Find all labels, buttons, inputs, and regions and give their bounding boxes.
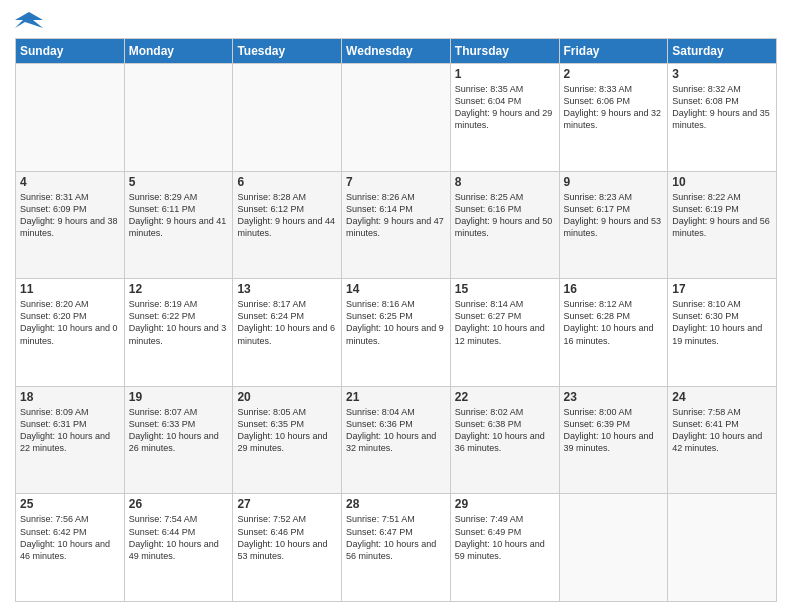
calendar-cell: 16Sunrise: 8:12 AMSunset: 6:28 PMDayligh… bbox=[559, 279, 668, 387]
day-number: 12 bbox=[129, 282, 229, 296]
day-info: Sunrise: 7:58 AMSunset: 6:41 PMDaylight:… bbox=[672, 406, 772, 455]
weekday-header-sunday: Sunday bbox=[16, 39, 125, 64]
day-info: Sunrise: 7:52 AMSunset: 6:46 PMDaylight:… bbox=[237, 513, 337, 562]
header bbox=[15, 10, 777, 32]
day-number: 7 bbox=[346, 175, 446, 189]
day-number: 23 bbox=[564, 390, 664, 404]
calendar-row-0: 1Sunrise: 8:35 AMSunset: 6:04 PMDaylight… bbox=[16, 64, 777, 172]
page: SundayMondayTuesdayWednesdayThursdayFrid… bbox=[0, 0, 792, 612]
day-info: Sunrise: 8:32 AMSunset: 6:08 PMDaylight:… bbox=[672, 83, 772, 132]
day-number: 14 bbox=[346, 282, 446, 296]
calendar-cell: 7Sunrise: 8:26 AMSunset: 6:14 PMDaylight… bbox=[342, 171, 451, 279]
day-number: 1 bbox=[455, 67, 555, 81]
day-number: 22 bbox=[455, 390, 555, 404]
calendar-cell: 27Sunrise: 7:52 AMSunset: 6:46 PMDayligh… bbox=[233, 494, 342, 602]
calendar-cell: 8Sunrise: 8:25 AMSunset: 6:16 PMDaylight… bbox=[450, 171, 559, 279]
day-info: Sunrise: 8:12 AMSunset: 6:28 PMDaylight:… bbox=[564, 298, 664, 347]
weekday-header-wednesday: Wednesday bbox=[342, 39, 451, 64]
calendar-cell: 25Sunrise: 7:56 AMSunset: 6:42 PMDayligh… bbox=[16, 494, 125, 602]
calendar-table: SundayMondayTuesdayWednesdayThursdayFrid… bbox=[15, 38, 777, 602]
calendar-cell bbox=[124, 64, 233, 172]
calendar-cell bbox=[668, 494, 777, 602]
day-info: Sunrise: 8:10 AMSunset: 6:30 PMDaylight:… bbox=[672, 298, 772, 347]
day-info: Sunrise: 8:29 AMSunset: 6:11 PMDaylight:… bbox=[129, 191, 229, 240]
calendar-cell: 15Sunrise: 8:14 AMSunset: 6:27 PMDayligh… bbox=[450, 279, 559, 387]
logo-bird-icon bbox=[15, 10, 43, 32]
calendar-cell: 22Sunrise: 8:02 AMSunset: 6:38 PMDayligh… bbox=[450, 386, 559, 494]
day-number: 10 bbox=[672, 175, 772, 189]
day-number: 29 bbox=[455, 497, 555, 511]
logo bbox=[15, 10, 47, 32]
calendar-row-2: 11Sunrise: 8:20 AMSunset: 6:20 PMDayligh… bbox=[16, 279, 777, 387]
calendar-cell: 18Sunrise: 8:09 AMSunset: 6:31 PMDayligh… bbox=[16, 386, 125, 494]
calendar-cell: 9Sunrise: 8:23 AMSunset: 6:17 PMDaylight… bbox=[559, 171, 668, 279]
day-number: 4 bbox=[20, 175, 120, 189]
calendar-cell: 12Sunrise: 8:19 AMSunset: 6:22 PMDayligh… bbox=[124, 279, 233, 387]
calendar-cell: 13Sunrise: 8:17 AMSunset: 6:24 PMDayligh… bbox=[233, 279, 342, 387]
day-number: 25 bbox=[20, 497, 120, 511]
calendar-cell: 10Sunrise: 8:22 AMSunset: 6:19 PMDayligh… bbox=[668, 171, 777, 279]
day-number: 6 bbox=[237, 175, 337, 189]
day-info: Sunrise: 8:17 AMSunset: 6:24 PMDaylight:… bbox=[237, 298, 337, 347]
day-info: Sunrise: 8:00 AMSunset: 6:39 PMDaylight:… bbox=[564, 406, 664, 455]
day-number: 11 bbox=[20, 282, 120, 296]
calendar-cell: 26Sunrise: 7:54 AMSunset: 6:44 PMDayligh… bbox=[124, 494, 233, 602]
day-info: Sunrise: 8:23 AMSunset: 6:17 PMDaylight:… bbox=[564, 191, 664, 240]
day-number: 2 bbox=[564, 67, 664, 81]
day-info: Sunrise: 8:05 AMSunset: 6:35 PMDaylight:… bbox=[237, 406, 337, 455]
day-info: Sunrise: 8:14 AMSunset: 6:27 PMDaylight:… bbox=[455, 298, 555, 347]
day-number: 21 bbox=[346, 390, 446, 404]
day-number: 26 bbox=[129, 497, 229, 511]
day-info: Sunrise: 8:28 AMSunset: 6:12 PMDaylight:… bbox=[237, 191, 337, 240]
calendar-cell: 14Sunrise: 8:16 AMSunset: 6:25 PMDayligh… bbox=[342, 279, 451, 387]
day-number: 17 bbox=[672, 282, 772, 296]
calendar-cell: 11Sunrise: 8:20 AMSunset: 6:20 PMDayligh… bbox=[16, 279, 125, 387]
calendar-cell bbox=[233, 64, 342, 172]
weekday-header-monday: Monday bbox=[124, 39, 233, 64]
day-info: Sunrise: 7:49 AMSunset: 6:49 PMDaylight:… bbox=[455, 513, 555, 562]
day-info: Sunrise: 8:31 AMSunset: 6:09 PMDaylight:… bbox=[20, 191, 120, 240]
day-number: 13 bbox=[237, 282, 337, 296]
day-number: 18 bbox=[20, 390, 120, 404]
day-info: Sunrise: 7:54 AMSunset: 6:44 PMDaylight:… bbox=[129, 513, 229, 562]
day-number: 20 bbox=[237, 390, 337, 404]
calendar-cell: 3Sunrise: 8:32 AMSunset: 6:08 PMDaylight… bbox=[668, 64, 777, 172]
day-number: 8 bbox=[455, 175, 555, 189]
calendar-cell: 28Sunrise: 7:51 AMSunset: 6:47 PMDayligh… bbox=[342, 494, 451, 602]
day-info: Sunrise: 8:22 AMSunset: 6:19 PMDaylight:… bbox=[672, 191, 772, 240]
calendar-cell: 2Sunrise: 8:33 AMSunset: 6:06 PMDaylight… bbox=[559, 64, 668, 172]
day-info: Sunrise: 7:56 AMSunset: 6:42 PMDaylight:… bbox=[20, 513, 120, 562]
calendar-cell bbox=[16, 64, 125, 172]
calendar-cell: 4Sunrise: 8:31 AMSunset: 6:09 PMDaylight… bbox=[16, 171, 125, 279]
day-info: Sunrise: 8:25 AMSunset: 6:16 PMDaylight:… bbox=[455, 191, 555, 240]
calendar-row-4: 25Sunrise: 7:56 AMSunset: 6:42 PMDayligh… bbox=[16, 494, 777, 602]
weekday-header-tuesday: Tuesday bbox=[233, 39, 342, 64]
day-info: Sunrise: 8:07 AMSunset: 6:33 PMDaylight:… bbox=[129, 406, 229, 455]
calendar-cell: 24Sunrise: 7:58 AMSunset: 6:41 PMDayligh… bbox=[668, 386, 777, 494]
day-info: Sunrise: 8:09 AMSunset: 6:31 PMDaylight:… bbox=[20, 406, 120, 455]
day-info: Sunrise: 8:35 AMSunset: 6:04 PMDaylight:… bbox=[455, 83, 555, 132]
weekday-header-friday: Friday bbox=[559, 39, 668, 64]
calendar-cell: 20Sunrise: 8:05 AMSunset: 6:35 PMDayligh… bbox=[233, 386, 342, 494]
day-number: 19 bbox=[129, 390, 229, 404]
calendar-cell: 21Sunrise: 8:04 AMSunset: 6:36 PMDayligh… bbox=[342, 386, 451, 494]
calendar-cell: 6Sunrise: 8:28 AMSunset: 6:12 PMDaylight… bbox=[233, 171, 342, 279]
day-info: Sunrise: 8:04 AMSunset: 6:36 PMDaylight:… bbox=[346, 406, 446, 455]
weekday-header-thursday: Thursday bbox=[450, 39, 559, 64]
day-info: Sunrise: 8:16 AMSunset: 6:25 PMDaylight:… bbox=[346, 298, 446, 347]
day-info: Sunrise: 8:20 AMSunset: 6:20 PMDaylight:… bbox=[20, 298, 120, 347]
calendar-cell: 19Sunrise: 8:07 AMSunset: 6:33 PMDayligh… bbox=[124, 386, 233, 494]
calendar-cell: 23Sunrise: 8:00 AMSunset: 6:39 PMDayligh… bbox=[559, 386, 668, 494]
day-number: 16 bbox=[564, 282, 664, 296]
calendar-row-1: 4Sunrise: 8:31 AMSunset: 6:09 PMDaylight… bbox=[16, 171, 777, 279]
calendar-cell: 5Sunrise: 8:29 AMSunset: 6:11 PMDaylight… bbox=[124, 171, 233, 279]
day-number: 3 bbox=[672, 67, 772, 81]
calendar-cell: 29Sunrise: 7:49 AMSunset: 6:49 PMDayligh… bbox=[450, 494, 559, 602]
calendar-cell bbox=[559, 494, 668, 602]
calendar-cell: 17Sunrise: 8:10 AMSunset: 6:30 PMDayligh… bbox=[668, 279, 777, 387]
calendar-row-3: 18Sunrise: 8:09 AMSunset: 6:31 PMDayligh… bbox=[16, 386, 777, 494]
day-info: Sunrise: 8:19 AMSunset: 6:22 PMDaylight:… bbox=[129, 298, 229, 347]
day-number: 5 bbox=[129, 175, 229, 189]
weekday-header-saturday: Saturday bbox=[668, 39, 777, 64]
calendar-cell bbox=[342, 64, 451, 172]
